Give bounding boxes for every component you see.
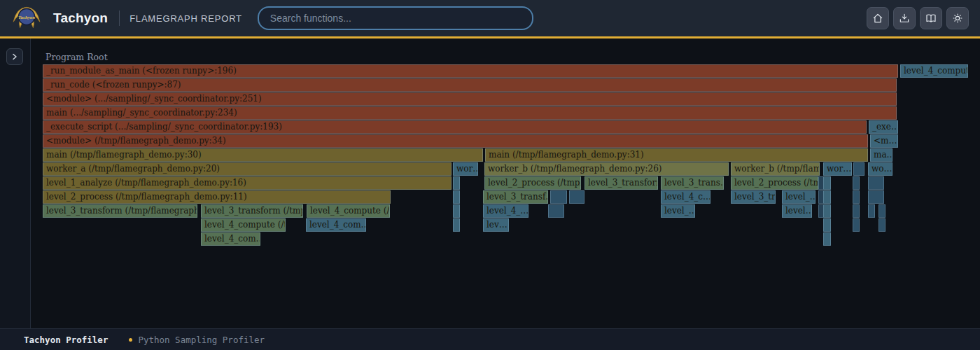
sidebar-expand-button[interactable] bbox=[6, 48, 23, 65]
flame-bar[interactable]: _run_module_as_main (<frozen runpy>:196) bbox=[43, 64, 898, 78]
flame-bar[interactable]: _exe… bbox=[869, 120, 898, 134]
svg-text:Tachyon: Tachyon bbox=[18, 15, 35, 20]
flame-bar[interactable]: level_4_c… bbox=[661, 190, 710, 204]
flame-bar-fragment[interactable] bbox=[548, 204, 564, 218]
header-divider bbox=[119, 10, 120, 26]
flame-bar[interactable]: level_… bbox=[661, 204, 695, 218]
flame-bar-fragment[interactable] bbox=[823, 218, 831, 232]
flame-bar[interactable]: level_3_trans… bbox=[661, 176, 724, 190]
home-icon bbox=[872, 12, 884, 24]
flame-bar[interactable]: <m… bbox=[870, 134, 898, 148]
flame-bar[interactable]: level_3_transf… bbox=[483, 190, 548, 204]
flame-bar[interactable]: main (.../sampling/_sync_coordinator.py:… bbox=[43, 106, 897, 120]
flame-bar[interactable]: level_3_transform… bbox=[584, 176, 658, 190]
flame-bar-fragment[interactable] bbox=[453, 218, 460, 232]
flame-bar-fragment[interactable] bbox=[868, 204, 875, 218]
flame-bar[interactable]: level_… bbox=[782, 190, 816, 204]
flame-bar-fragment[interactable] bbox=[569, 190, 584, 204]
download-icon bbox=[898, 12, 911, 24]
flame-bar[interactable]: worker_b (/tmp/flame… bbox=[731, 162, 820, 176]
flamegraph-canvas: Program Root _run_module_as_main (<froze… bbox=[43, 50, 974, 260]
flame-bar-fragment[interactable] bbox=[823, 176, 831, 190]
flame-bar-fragment[interactable] bbox=[853, 204, 860, 218]
flame-bar[interactable]: level_3_transform (/tmp/fl… bbox=[201, 204, 303, 218]
flame-bar-fragment[interactable] bbox=[868, 176, 884, 190]
flame-bar-fragment[interactable] bbox=[453, 204, 460, 218]
flame-bar-fragment[interactable] bbox=[823, 232, 831, 246]
flame-bar[interactable]: worker_a (/tmp/flamegraph_demo.py:20) bbox=[43, 162, 451, 176]
flame-bar-fragment[interactable] bbox=[853, 162, 864, 176]
flame-bar[interactable]: worker_b (/tmp/flamegraph_demo.py:26) bbox=[484, 162, 729, 176]
flame-bar[interactable]: _run_code (<frozen runpy>:87) bbox=[43, 78, 897, 92]
flame-bar[interactable]: level_4_comput… bbox=[900, 64, 968, 78]
flame-bar[interactable]: main (/tmp/flamegraph_demo.py:31) bbox=[485, 148, 868, 162]
flame-bar-fragment[interactable] bbox=[453, 176, 460, 190]
theme-toggle-button[interactable] bbox=[946, 7, 969, 29]
tachyon-logo-icon: Tachyon bbox=[11, 3, 42, 34]
flame-bar[interactable]: level_2_process (/tm… bbox=[731, 176, 818, 190]
flame-bar[interactable]: level_1_analyze (/tmp/flamegraph_demo.py… bbox=[43, 176, 451, 190]
flame-bar[interactable]: <module> (/tmp/flamegraph_demo.py:34) bbox=[43, 134, 868, 148]
flame-bar[interactable]: _execute_script (.../sampling/_sync_coor… bbox=[43, 120, 867, 134]
flame-bar[interactable]: ma… bbox=[870, 148, 892, 162]
status-subtitle: Python Sampling Profiler bbox=[138, 335, 265, 345]
chevron-right-icon bbox=[11, 53, 18, 60]
flamegraph-panel: Program Root _run_module_as_main (<froze… bbox=[31, 38, 980, 329]
flame-bar-fragment[interactable] bbox=[823, 204, 831, 218]
flame-bar-fragment[interactable] bbox=[823, 190, 831, 204]
status-bar: Tachyon Profiler Python Sampling Profile… bbox=[0, 328, 980, 350]
flame-bar-fragment[interactable] bbox=[878, 204, 886, 218]
docs-button[interactable] bbox=[920, 7, 942, 29]
header-actions bbox=[867, 7, 969, 29]
flame-bar-fragment[interactable] bbox=[853, 176, 860, 190]
flame-bar[interactable]: level_4_compute (/t… bbox=[201, 218, 286, 232]
flame-bar[interactable]: main (/tmp/flamegraph_demo.py:30) bbox=[43, 148, 483, 162]
flame-bar[interactable]: lev… bbox=[483, 218, 509, 232]
flame-bar[interactable]: <module> (.../sampling/_sync_coordinator… bbox=[43, 92, 897, 106]
flame-bar-fragment[interactable] bbox=[453, 190, 460, 204]
search-input[interactable] bbox=[258, 6, 533, 30]
status-dot-icon bbox=[129, 338, 132, 342]
flame-bar[interactable]: level_2_process (/tmp/fla… bbox=[484, 176, 581, 190]
sidebar bbox=[0, 38, 31, 329]
flame-bar-fragment[interactable] bbox=[853, 218, 860, 232]
flame-bar[interactable]: level_4_compute (/t… bbox=[307, 204, 390, 218]
flame-bar-fragment[interactable] bbox=[853, 190, 860, 204]
flame-bar[interactable]: wo… bbox=[868, 162, 892, 176]
flame-bar[interactable]: level… bbox=[782, 204, 812, 218]
app-window: Tachyon Tachyon FLAMEGRAPH REPORT bbox=[0, 0, 980, 350]
flame-bar[interactable]: level_3_tr… bbox=[731, 190, 776, 204]
flame-bar[interactable]: wor… bbox=[823, 162, 852, 176]
sun-icon bbox=[951, 12, 964, 24]
flame-bar[interactable]: level_3_transform (/tmp/flamegraph_dem… bbox=[43, 204, 197, 218]
download-button[interactable] bbox=[893, 7, 916, 29]
flame-bar-fragment[interactable] bbox=[550, 190, 567, 204]
flame-root-frame[interactable]: Program Root bbox=[46, 50, 108, 64]
flame-bar-fragment[interactable] bbox=[868, 190, 884, 204]
report-type-label: FLAMEGRAPH REPORT bbox=[130, 13, 242, 24]
book-icon bbox=[925, 12, 937, 24]
flame-bar[interactable]: level_2_process (/tmp/flamegraph_demo.py… bbox=[43, 190, 391, 204]
flame-bar-fragment[interactable] bbox=[878, 218, 886, 232]
flame-bar[interactable]: level_4_com… bbox=[201, 232, 260, 246]
flame-bar[interactable]: level_4_… bbox=[483, 204, 528, 218]
flame-bar[interactable]: wor… bbox=[453, 162, 478, 176]
status-app-name: Tachyon Profiler bbox=[24, 335, 108, 345]
header: Tachyon Tachyon FLAMEGRAPH REPORT bbox=[0, 0, 980, 38]
home-button[interactable] bbox=[867, 7, 889, 29]
app-title: Tachyon bbox=[53, 10, 108, 26]
flame-bar[interactable]: level_4_com… bbox=[306, 218, 366, 232]
